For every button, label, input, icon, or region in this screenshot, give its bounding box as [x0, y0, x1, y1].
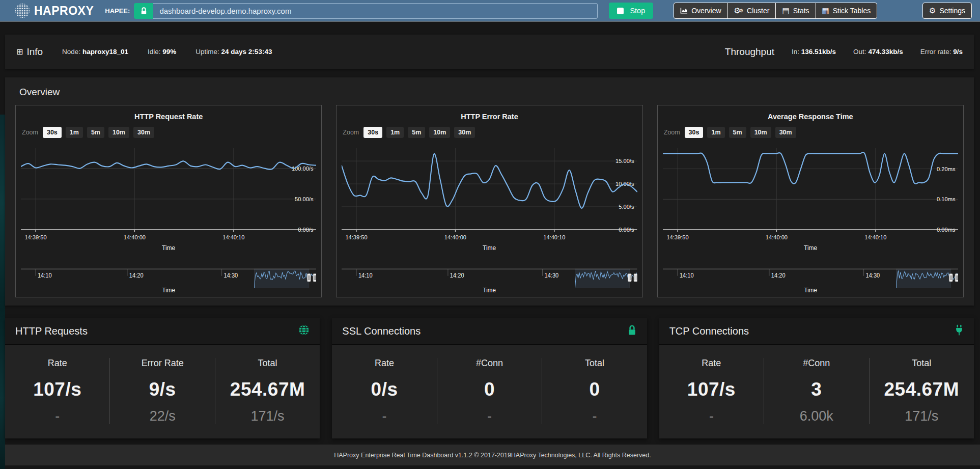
- stat-col-total: Total 254.67M 171/s: [215, 358, 320, 424]
- zoom-option-30m[interactable]: 30m: [133, 127, 154, 138]
- cluster-button-label: Cluster: [747, 7, 769, 15]
- stat-col-total: Total 0 -: [542, 358, 647, 424]
- zoom-option-30s[interactable]: 30s: [363, 127, 382, 138]
- stat-value: 107/s: [5, 379, 109, 400]
- plug-icon: [955, 324, 964, 338]
- zoom-row: Zoom 30s 1m 5m 10m 30m: [664, 127, 957, 138]
- zoom-option-5m[interactable]: 5m: [87, 127, 104, 138]
- svg-text:14:40:10: 14:40:10: [864, 234, 886, 240]
- stat-label: Rate: [5, 358, 109, 369]
- zoom-option-10m[interactable]: 10m: [750, 127, 771, 138]
- gear-icon: ⚙: [929, 7, 936, 15]
- zoom-row: Zoom 30s 1m 5m 10m 30m: [343, 127, 636, 138]
- zoom-option-30m[interactable]: 30m: [775, 127, 796, 138]
- card-title: HTTP Requests: [15, 325, 88, 337]
- stat-value: 3: [764, 379, 869, 400]
- svg-text:Time: Time: [483, 287, 496, 294]
- throughput-in-value: 136.51kb/s: [801, 48, 836, 56]
- zoom-option-5m[interactable]: 5m: [408, 127, 425, 138]
- svg-text:14:40:00: 14:40:00: [765, 234, 787, 240]
- ssl-lock-icon: [134, 3, 153, 19]
- stop-button[interactable]: Stop: [609, 3, 653, 19]
- throughput-group: Throughput In: 136.51kb/s Out: 474.33kb/…: [725, 46, 963, 58]
- svg-text:Time: Time: [483, 244, 496, 252]
- stat-secondary: 6.00k: [764, 408, 869, 424]
- zoom-option-30s[interactable]: 30s: [43, 127, 62, 138]
- node-field: Node: haproxy18_01: [62, 48, 128, 56]
- zoom-option-5m[interactable]: 5m: [729, 127, 746, 138]
- overview-button[interactable]: Overview: [674, 3, 727, 19]
- stat-col-rate: Rate 107/s -: [659, 358, 764, 424]
- stat-label: Rate: [659, 358, 764, 369]
- url-input[interactable]: [153, 3, 598, 19]
- stat-value: 254.67M: [215, 379, 320, 400]
- stick-tables-button[interactable]: ▦ Stick Tables: [816, 3, 878, 19]
- svg-text:14:20: 14:20: [129, 272, 144, 278]
- svg-text:5.00/s: 5.00/s: [619, 204, 635, 210]
- page-background-texture: [0, 115, 5, 469]
- throughput-out-field: Out: 474.33kb/s: [853, 48, 903, 56]
- svg-text:15.00/s: 15.00/s: [615, 158, 634, 164]
- grid-table-icon: ▦: [822, 7, 829, 15]
- zoom-option-10m[interactable]: 10m: [108, 127, 129, 138]
- stat-secondary: -: [659, 408, 764, 424]
- zoom-option-30m[interactable]: 30m: [454, 127, 475, 138]
- stat-col-error-rate: Error Rate 9/s 22/s: [109, 358, 214, 424]
- stat-label: Total: [215, 358, 320, 369]
- card-body: Rate 107/s - #Conn 3 6.00k Total 254.67M…: [659, 345, 974, 438]
- stop-icon: [617, 8, 624, 14]
- stat-label: #Conn: [437, 358, 542, 369]
- stat-value: 0/s: [332, 379, 436, 400]
- zoom-row: Zoom 30s 1m 5m 10m 30m: [22, 127, 315, 138]
- svg-text:14:40:00: 14:40:00: [124, 234, 146, 240]
- uptime-value: 24 days 2:53:43: [221, 48, 272, 56]
- error-rate-value: 9/s: [953, 48, 963, 56]
- stat-col-rate: Rate 107/s -: [5, 358, 109, 424]
- stat-value: 9/s: [110, 379, 214, 400]
- area-chart-icon: [680, 7, 688, 14]
- stat-value: 254.67M: [870, 379, 974, 400]
- chart-panel-http-request-rate: HTTP Request Rate Zoom 30s 1m 5m 10m 30m…: [15, 105, 322, 297]
- stat-secondary: 22/s: [110, 408, 214, 424]
- idle-value: 99%: [162, 48, 176, 56]
- stats-button[interactable]: ▤ Stats: [775, 3, 816, 19]
- throughput-in-field: In: 136.51kb/s: [792, 48, 836, 56]
- stat-secondary: 171/s: [215, 408, 320, 424]
- svg-text:14:40:00: 14:40:00: [444, 234, 466, 240]
- stat-secondary: -: [332, 408, 436, 424]
- settings-button[interactable]: ⚙ Settings: [922, 3, 972, 19]
- svg-text:14:20: 14:20: [450, 272, 464, 278]
- stat-secondary: -: [437, 408, 542, 424]
- http-request-rate-navigator[interactable]: 14:1014:2014:30Time: [21, 266, 316, 294]
- average-response-time-navigator[interactable]: 14:1014:2014:30Time: [663, 266, 958, 294]
- zoom-option-30s[interactable]: 30s: [685, 127, 704, 138]
- stat-col-conn: #Conn 3 6.00k: [764, 358, 869, 424]
- zoom-option-10m[interactable]: 10m: [429, 127, 450, 138]
- svg-text:Time: Time: [804, 244, 818, 252]
- settings-button-label: Settings: [939, 7, 965, 15]
- chart-title: HTTP Request Rate: [21, 113, 316, 121]
- top-navbar: HAPROXY HAPEE: Stop Overview ⚙⚙ Cluster …: [0, 0, 980, 21]
- average-response-time-chart: 14:39:5014:40:0014:40:100.00ms0.10ms0.20…: [663, 143, 958, 261]
- card-header: SSL Connections: [332, 318, 647, 345]
- card-header: HTTP Requests: [5, 318, 320, 345]
- cluster-button[interactable]: ⚙⚙ Cluster: [727, 3, 776, 19]
- stop-label: Stop: [630, 7, 645, 15]
- http-error-rate-navigator[interactable]: 14:1014:2014:30Time: [342, 266, 637, 294]
- zoom-option-1m[interactable]: 1m: [707, 127, 724, 138]
- globe-icon: [298, 324, 310, 338]
- svg-text:Time: Time: [162, 287, 175, 294]
- section-title: Overview: [19, 87, 960, 98]
- zoom-label: Zoom: [343, 129, 359, 136]
- svg-text:14:39:50: 14:39:50: [24, 234, 46, 240]
- zoom-option-1m[interactable]: 1m: [386, 127, 404, 138]
- stick-tables-button-label: Stick Tables: [833, 7, 871, 15]
- throughput-title: Throughput: [725, 46, 774, 58]
- info-toggle[interactable]: ⊞ Info: [16, 46, 43, 58]
- brand-name: HAPROXY: [34, 4, 94, 18]
- list-table-icon: ▤: [782, 7, 789, 15]
- zoom-option-1m[interactable]: 1m: [66, 127, 83, 138]
- stat-value: 107/s: [659, 379, 764, 400]
- chart-title: HTTP Error Rate: [342, 113, 637, 121]
- svg-text:0.00/s: 0.00/s: [298, 227, 314, 233]
